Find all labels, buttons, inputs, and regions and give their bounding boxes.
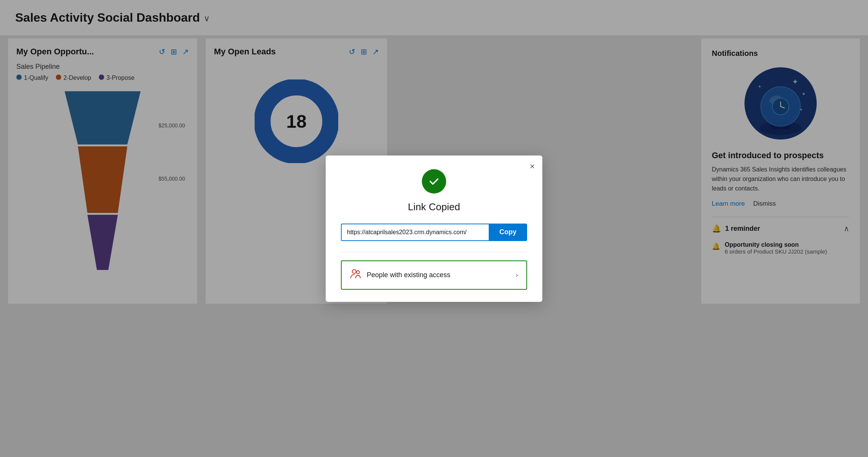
svg-point-19 bbox=[352, 270, 356, 273]
access-label-text: People with existing access bbox=[367, 271, 510, 279]
people-access-icon bbox=[350, 268, 361, 282]
modal-url-row: Copy bbox=[341, 224, 527, 241]
checkmark-icon bbox=[428, 175, 440, 187]
access-chevron-icon: › bbox=[516, 271, 518, 279]
modal-overlay: × Link Copied Copy bbox=[0, 0, 868, 457]
modal-copy-button[interactable]: Copy bbox=[489, 224, 527, 241]
modal-title: Link Copied bbox=[341, 201, 527, 213]
svg-point-20 bbox=[356, 271, 360, 274]
existing-access-row[interactable]: People with existing access › bbox=[341, 260, 527, 290]
modal-close-button[interactable]: × bbox=[530, 162, 535, 171]
modal-url-input[interactable] bbox=[341, 224, 489, 241]
share-modal: × Link Copied Copy bbox=[326, 156, 542, 302]
modal-divider bbox=[341, 252, 527, 252]
success-check-circle bbox=[422, 169, 446, 194]
